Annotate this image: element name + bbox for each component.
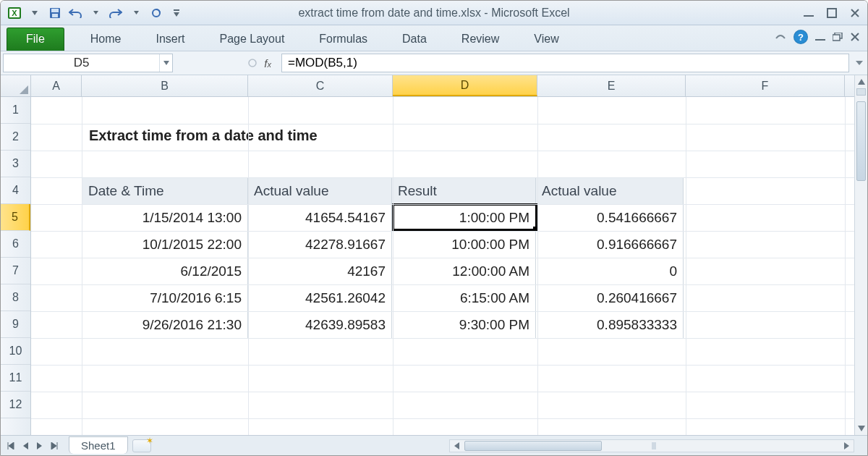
cells-area[interactable]: Extract time from a date and time Date &… bbox=[31, 97, 854, 435]
column-header-C[interactable]: C bbox=[248, 75, 393, 96]
vertical-scroll-thumb[interactable] bbox=[856, 101, 866, 181]
table-cell[interactable]: 9/26/2016 21:30 bbox=[82, 312, 248, 339]
maximize-icon[interactable] bbox=[824, 7, 840, 20]
svg-rect-9 bbox=[827, 9, 836, 17]
table-cell[interactable]: 1:00:00 PM bbox=[392, 205, 536, 232]
sheet-tab[interactable]: Sheet1 bbox=[69, 436, 128, 454]
tab-home[interactable]: Home bbox=[73, 28, 139, 51]
redo-icon[interactable] bbox=[106, 5, 125, 21]
save-icon[interactable] bbox=[46, 5, 64, 21]
table-header[interactable]: Actual value bbox=[248, 178, 392, 205]
fx-icon[interactable]: fx bbox=[260, 57, 276, 69]
doc-restore-icon[interactable] bbox=[833, 33, 843, 41]
undo-icon[interactable] bbox=[66, 5, 85, 21]
column-headers: ABCDEF bbox=[31, 75, 854, 97]
row-header-9[interactable]: 9 bbox=[1, 311, 30, 338]
column-header-A[interactable]: A bbox=[31, 75, 82, 96]
table-cell[interactable]: 42278.91667 bbox=[248, 232, 392, 258]
table-cell[interactable]: 0.541666667 bbox=[536, 205, 684, 232]
scroll-down-icon[interactable] bbox=[855, 422, 867, 435]
vertical-split-handle[interactable] bbox=[856, 88, 866, 96]
tab-review[interactable]: Review bbox=[444, 28, 516, 51]
row-header-12[interactable]: 12 bbox=[1, 392, 30, 418]
table-cell[interactable]: 0 bbox=[536, 258, 684, 285]
scroll-right-icon[interactable] bbox=[841, 440, 854, 452]
undo-dropdown-icon[interactable] bbox=[86, 5, 105, 21]
table-cell[interactable]: 12:00:00 AM bbox=[392, 258, 536, 285]
formula-input[interactable]: =MOD(B5,1) bbox=[281, 54, 849, 72]
row-header-6[interactable]: 6 bbox=[1, 231, 30, 258]
table-cell[interactable]: 0.895833333 bbox=[536, 312, 684, 339]
sheet-nav-next-icon[interactable] bbox=[33, 439, 47, 453]
name-box-dropdown-icon[interactable] bbox=[159, 54, 172, 72]
horizontal-split-handle[interactable] bbox=[652, 442, 656, 449]
row-header-5[interactable]: 5 bbox=[1, 204, 30, 231]
sheet-nav-last-icon[interactable] bbox=[47, 439, 61, 453]
svg-rect-4 bbox=[51, 9, 59, 12]
vertical-scrollbar[interactable] bbox=[854, 75, 867, 435]
doc-close-icon[interactable] bbox=[850, 33, 860, 41]
column-header-F[interactable]: F bbox=[686, 75, 845, 96]
scroll-left-icon[interactable] bbox=[450, 440, 463, 452]
scroll-up-icon[interactable] bbox=[855, 75, 867, 88]
sheet-nav-prev-icon[interactable] bbox=[18, 439, 33, 453]
row-headers: 123456789101112 bbox=[1, 97, 31, 435]
row-header-3[interactable]: 3 bbox=[1, 151, 30, 177]
ribbon-minimize-icon[interactable] bbox=[775, 33, 786, 41]
row-header-7[interactable]: 7 bbox=[1, 258, 30, 284]
formula-text: =MOD(B5,1) bbox=[288, 56, 357, 70]
tab-data[interactable]: Data bbox=[385, 28, 444, 51]
tab-page-layout[interactable]: Page Layout bbox=[202, 28, 302, 51]
qat-customize-icon[interactable] bbox=[167, 5, 186, 21]
name-box[interactable]: D5 bbox=[3, 54, 173, 72]
table-cell[interactable]: 7/10/2016 6:15 bbox=[82, 285, 248, 312]
file-tab[interactable]: File bbox=[7, 28, 64, 51]
column-header-E[interactable]: E bbox=[537, 75, 686, 96]
table-cell[interactable]: 0.260416667 bbox=[536, 285, 684, 312]
horizontal-scrollbar[interactable] bbox=[449, 439, 854, 452]
minimize-icon[interactable] bbox=[801, 7, 817, 20]
table-header[interactable]: Date & Time bbox=[82, 178, 248, 205]
table-cell[interactable]: 42167 bbox=[248, 258, 392, 285]
column-header-D[interactable]: D bbox=[393, 75, 537, 96]
row-header-4[interactable]: 4 bbox=[1, 177, 30, 204]
column-header-B[interactable]: B bbox=[82, 75, 248, 96]
sheet-tab-strip: Sheet1 bbox=[1, 435, 867, 455]
table-cell[interactable]: 9:30:00 PM bbox=[392, 312, 536, 339]
svg-rect-10 bbox=[815, 39, 825, 41]
window-controls bbox=[801, 7, 863, 20]
tab-formulas[interactable]: Formulas bbox=[302, 28, 385, 51]
sheet-nav bbox=[1, 439, 64, 453]
table-cell[interactable]: 6/12/2015 bbox=[82, 258, 248, 285]
table-cell[interactable]: 41654.54167 bbox=[248, 205, 392, 232]
row-header-1[interactable]: 1 bbox=[1, 97, 30, 124]
row-header-11[interactable]: 11 bbox=[1, 365, 30, 392]
table-header[interactable]: Actual value bbox=[536, 178, 684, 205]
table-cell[interactable]: 42561.26042 bbox=[248, 285, 392, 312]
redo-dropdown-icon[interactable] bbox=[127, 5, 145, 21]
table-cell[interactable]: 6:15:00 AM bbox=[392, 285, 536, 312]
help-icon[interactable]: ? bbox=[793, 30, 808, 44]
table-cell[interactable]: 42639.89583 bbox=[248, 312, 392, 339]
row-header-10[interactable]: 10 bbox=[1, 338, 30, 365]
qat-dropdown-icon[interactable] bbox=[25, 5, 44, 21]
touch-mode-icon[interactable] bbox=[147, 5, 166, 21]
cancel-formula-icon[interactable] bbox=[245, 59, 260, 67]
sheet-nav-first-icon[interactable] bbox=[4, 439, 18, 453]
table-cell[interactable]: 1/15/2014 13:00 bbox=[82, 205, 248, 232]
doc-minimize-icon[interactable] bbox=[815, 33, 825, 41]
quick-access-toolbar: X bbox=[5, 5, 186, 21]
select-all-corner[interactable] bbox=[1, 75, 31, 97]
tab-view[interactable]: View bbox=[516, 28, 576, 51]
table-cell[interactable]: 10:00:00 PM bbox=[392, 232, 536, 258]
horizontal-scroll-thumb[interactable] bbox=[464, 441, 602, 451]
row-header-2[interactable]: 2 bbox=[1, 124, 30, 151]
row-header-8[interactable]: 8 bbox=[1, 284, 30, 311]
table-header[interactable]: Result bbox=[392, 178, 536, 205]
formula-bar-expand-icon[interactable] bbox=[851, 51, 867, 75]
tab-insert[interactable]: Insert bbox=[138, 28, 202, 51]
table-cell[interactable]: 0.916666667 bbox=[536, 232, 684, 258]
close-icon[interactable] bbox=[847, 7, 863, 20]
table-cell[interactable]: 10/1/2015 22:00 bbox=[82, 232, 248, 258]
new-sheet-icon[interactable] bbox=[132, 439, 151, 452]
